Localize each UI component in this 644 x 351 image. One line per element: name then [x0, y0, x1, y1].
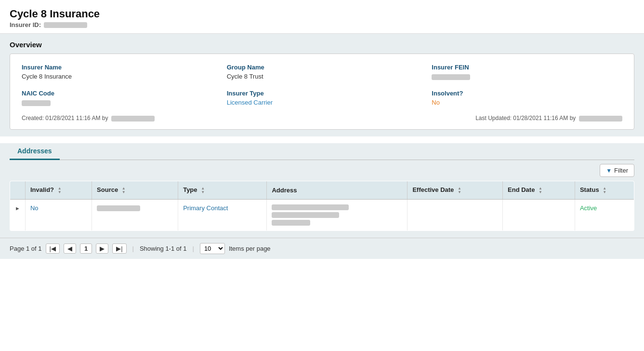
table-header-row: Invalid? ▲▼ Source ▲▼ Type ▲▼ Address Ef…: [10, 181, 634, 200]
row-type: Primary Contact: [178, 199, 267, 230]
updated-by-redacted: [579, 116, 622, 122]
field-insolvent: Insolvent? No: [432, 90, 622, 106]
row-end-date: [503, 199, 575, 230]
overview-grid: Insurer Name Cycle 8 Insurance Group Nam…: [22, 64, 622, 106]
field-insurer-name: Insurer Name Cycle 8 Insurance: [22, 64, 212, 80]
address-line-3: [272, 220, 310, 226]
value-insolvent: No: [432, 99, 622, 106]
overview-card: Insurer Name Cycle 8 Insurance Group Nam…: [10, 54, 634, 130]
showing-info: Showing 1-1 of 1: [140, 245, 187, 252]
value-insurer-type[interactable]: Licensed Carrier: [227, 99, 418, 106]
value-insurer-fein: [432, 73, 622, 80]
overview-section: Overview Insurer Name Cycle 8 Insurance …: [0, 34, 644, 136]
row-address: [267, 199, 407, 230]
first-page-button[interactable]: |◀: [46, 243, 60, 254]
label-insurer-fein: Insurer FEIN: [432, 64, 622, 71]
fein-redacted: [432, 74, 470, 80]
items-per-page-label: Items per page: [229, 245, 271, 252]
insurer-id-label: Insurer ID:: [10, 21, 41, 28]
col-expand: [10, 181, 26, 200]
expand-arrow[interactable]: ►: [15, 205, 20, 211]
row-status: Active: [575, 199, 634, 230]
tab-section: Addresses: [0, 143, 644, 160]
insurer-id-value: [44, 22, 87, 28]
sort-end-date[interactable]: ▲▼: [539, 187, 542, 194]
sort-type[interactable]: ▲▼: [201, 187, 205, 194]
page-info: Page 1 of 1: [10, 245, 42, 252]
page-header: Cycle 8 Insurance Insurer ID:: [0, 0, 644, 34]
sort-invalid[interactable]: ▲▼: [58, 187, 62, 194]
page-title: Cycle 8 Insurance: [10, 8, 634, 20]
table-section: ▼ Filter Invalid? ▲▼ Source ▲▼ Type ▲▼: [0, 160, 644, 238]
label-insolvent: Insolvent?: [432, 90, 622, 97]
overview-footer: Created: 01/28/2021 11:16 AM by Last Upd…: [22, 115, 622, 122]
col-type: Type ▲▼: [178, 181, 267, 200]
sort-status[interactable]: ▲▼: [603, 187, 606, 194]
filter-icon: ▼: [606, 167, 612, 174]
overview-title: Overview: [10, 40, 634, 49]
col-effective-date: Effective Date ▲▼: [407, 181, 503, 200]
col-address: Address: [267, 181, 407, 200]
value-insurer-name: Cycle 8 Insurance: [22, 73, 212, 80]
source-redacted: [97, 205, 140, 211]
label-naic-code: NAIC Code: [22, 90, 212, 97]
filter-label: Filter: [614, 167, 628, 174]
label-group-name: Group Name: [227, 64, 418, 71]
label-insurer-type: Insurer Type: [227, 90, 418, 97]
field-group-name: Group Name Cycle 8 Trust: [227, 64, 418, 80]
current-page: 1: [80, 243, 92, 254]
row-effective-date: [407, 199, 503, 230]
created-by-redacted: [111, 116, 155, 122]
pipe-separator: |: [132, 245, 134, 252]
address-line-2: [272, 212, 339, 218]
naic-redacted: [22, 100, 51, 106]
tabs-bar: Addresses: [10, 143, 634, 160]
items-per-page-select[interactable]: 10 25 50 100: [200, 243, 225, 254]
row-source: [92, 199, 178, 230]
created-info: Created: 01/28/2021 11:16 AM by: [22, 115, 155, 122]
row-invalid: No: [25, 199, 92, 230]
addresses-table: Invalid? ▲▼ Source ▲▼ Type ▲▼ Address Ef…: [10, 181, 634, 231]
field-naic-code: NAIC Code: [22, 90, 212, 106]
next-page-button[interactable]: ▶: [96, 243, 108, 254]
filter-button[interactable]: ▼ Filter: [600, 164, 634, 177]
value-group-name: Cycle 8 Trust: [227, 73, 418, 80]
col-end-date: End Date ▲▼: [503, 181, 575, 200]
tab-addresses[interactable]: Addresses: [10, 143, 60, 160]
pagination-bar: Page 1 of 1 |◀ ◀ 1 ▶ ▶| | Showing 1-1 of…: [0, 238, 644, 259]
insurer-id-row: Insurer ID:: [10, 21, 634, 28]
last-page-button[interactable]: ▶|: [112, 243, 126, 254]
col-source: Source ▲▼: [92, 181, 178, 200]
address-line-1: [272, 204, 349, 210]
value-naic-code: [22, 99, 212, 106]
col-invalid: Invalid? ▲▼: [25, 181, 92, 200]
updated-info: Last Updated: 01/28/2021 11:16 AM by: [475, 115, 622, 122]
field-insurer-fein: Insurer FEIN: [432, 64, 622, 80]
prev-page-button[interactable]: ◀: [64, 243, 76, 254]
label-insurer-name: Insurer Name: [22, 64, 212, 71]
sort-source[interactable]: ▲▼: [122, 187, 126, 194]
pipe-separator-2: |: [192, 245, 194, 252]
sort-effective-date[interactable]: ▲▼: [458, 187, 461, 194]
table-row: ► No Primary Contact: [10, 199, 634, 230]
table-toolbar: ▼ Filter: [10, 160, 634, 181]
field-insurer-type: Insurer Type Licensed Carrier: [227, 90, 418, 106]
col-status: Status ▲▼: [575, 181, 634, 200]
row-expand-cell: ►: [10, 199, 26, 230]
